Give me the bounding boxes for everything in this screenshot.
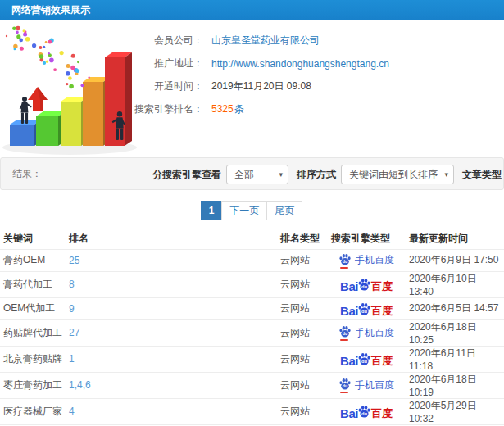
open-time-label: 开通时间：: [131, 79, 203, 93]
svg-text:du: du: [361, 308, 367, 313]
growth-chart-illustration: [0, 25, 152, 156]
table-row: 膏药OEM 25 云网站 du手机百度 2020年6月9日 17:50: [0, 249, 504, 271]
rank-link[interactable]: 8: [66, 271, 277, 297]
rank-type-cell: 云网站: [277, 320, 328, 346]
updated-time-cell: 2020年6月9日 17:50: [406, 249, 504, 271]
engine-filter-label: 分搜索引擎查看: [152, 168, 221, 182]
rank-link[interactable]: 1,4,6: [66, 372, 277, 398]
info-row-open-time: 开通时间： 2019年11月20日 09:08: [131, 75, 389, 97]
result-label: 结果：: [12, 167, 42, 181]
updated-time-cell: 2020年6月11日 11:18: [406, 346, 504, 372]
table-row: OEM代加工 9 云网站 Baidu百度 2020年6月5日 14:57: [0, 297, 504, 320]
rank-count-number: 5325: [211, 103, 234, 115]
mobile-baidu-logo: du手机百度: [338, 378, 394, 392]
header-rank: 排名: [66, 229, 277, 249]
rank-type-cell: 云网站: [277, 398, 328, 424]
rank-link[interactable]: 1: [66, 346, 277, 372]
header-updated: 最新更新时间: [406, 229, 504, 249]
baidu-paw-icon: du: [338, 325, 352, 338]
sort-select[interactable]: 关键词由短到长排序 ▾: [341, 165, 454, 184]
header-engine-type: 搜索引擎类型: [328, 229, 406, 249]
table-body: 膏药OEM 25 云网站 du手机百度 2020年6月9日 17:50 膏药代加…: [0, 249, 504, 426]
info-section: 会员公司： 山东皇圣堂药业有限公司 推广地址： http://www.shand…: [0, 20, 504, 157]
baidu-logo: Baidu百度: [340, 351, 393, 367]
svg-text:du: du: [361, 284, 367, 289]
results-table: 关键词 排名 排名类型 搜索引擎类型 最新更新时间 膏药OEM 25 云网站 d…: [0, 229, 504, 426]
engine-type-cell: Baidu百度: [328, 346, 406, 372]
engine-type-cell: Baidu百度: [328, 398, 406, 424]
table-row: 北京膏药贴牌 1 云网站 Baidu百度 2020年6月11日 11:18: [0, 346, 504, 372]
info-rows: 会员公司： 山东皇圣堂药业有限公司 推广地址： http://www.shand…: [131, 29, 389, 121]
filter-bar: 结果： 分搜索引擎查看 全部 ▾ 排序方式 关键词由短到长排序 ▾ 文章类型 全…: [0, 157, 504, 190]
table-row: 枣庄膏药加工 1,4,6 云网站 du手机百度 2020年6月18日 10:19: [0, 372, 504, 398]
rank-link[interactable]: 4: [66, 398, 277, 424]
pagination-last-button[interactable]: 尾页: [266, 201, 302, 220]
results-table-wrap: 关键词 排名 排名类型 搜索引擎类型 最新更新时间 膏药OEM 25 云网站 d…: [0, 229, 504, 426]
baidu-paw-icon: du: [338, 253, 352, 266]
keyword-cell: 膏药OEM: [0, 249, 66, 271]
baidu-paw-icon: du: [357, 278, 371, 292]
article-type-label: 文章类型: [462, 168, 502, 182]
rank-type-cell: 云网站: [277, 372, 328, 398]
sort-label: 排序方式: [297, 168, 336, 182]
page-title: 网络营销效果展示: [0, 0, 504, 20]
keyword-cell: 医疗器械厂家: [0, 398, 66, 424]
keyword-cell: 枣庄膏药加工: [0, 372, 66, 398]
updated-time-cell: 2020年6月18日 10:25: [406, 320, 504, 346]
engine-type-cell: Baidu百度: [328, 271, 406, 297]
mobile-baidu-logo: du手机百度: [338, 325, 394, 340]
rank-link[interactable]: 27: [66, 320, 277, 346]
rank-type-cell: 云网站: [277, 297, 328, 320]
engine-type-cell: Baidu百度: [328, 297, 406, 320]
keyword-cell: 北京膏药贴牌: [0, 346, 66, 372]
engine-filter-select[interactable]: 全部 ▾: [226, 165, 288, 184]
pagination-current-page[interactable]: 1: [201, 201, 223, 220]
engine-type-cell: du手机百度: [328, 249, 406, 271]
window-titlebar: 网络营销效果展示: [0, 0, 504, 20]
info-row-rank-count: 搜索引擎排名： 5325条: [131, 98, 389, 120]
header-keyword: 关键词: [0, 229, 66, 249]
keyword-cell: OEM代加工: [0, 297, 66, 320]
engine-type-cell: du手机百度: [328, 320, 406, 346]
svg-text:du: du: [343, 259, 348, 264]
engine-filter-value: 全部: [234, 168, 254, 182]
updated-time-cell: 2020年6月5日 14:57: [406, 297, 504, 320]
rank-count-label: 搜索引擎排名：: [131, 102, 203, 116]
sort-value: 关键词由短到长排序: [349, 168, 438, 182]
svg-text:du: du: [343, 383, 348, 388]
header-rank-type: 排名类型: [277, 229, 328, 249]
pagination-next-button[interactable]: 下一页: [221, 201, 267, 220]
table-header-row: 关键词 排名 排名类型 搜索引擎类型 最新更新时间: [0, 229, 504, 249]
company-label: 会员公司：: [131, 34, 203, 48]
chevron-down-icon: ▾: [444, 170, 448, 179]
promo-url-link[interactable]: http://www.shandonghuangshengtang.cn: [211, 58, 389, 70]
updated-time-cell: 2020年6月10日 13:40: [406, 271, 504, 297]
rank-link[interactable]: 25: [66, 249, 277, 271]
promo-url-label: 推广地址：: [131, 57, 203, 70]
svg-text:du: du: [343, 331, 348, 336]
info-row-company: 会员公司： 山东皇圣堂药业有限公司: [131, 29, 389, 52]
mobile-baidu-logo: du手机百度: [338, 253, 394, 268]
table-row: 药贴牌代加工 27 云网站 du手机百度 2020年6月18日 10:25: [0, 320, 504, 346]
baidu-paw-icon: du: [357, 352, 371, 366]
baidu-paw-icon: du: [357, 405, 371, 419]
rank-count-unit: 条: [234, 103, 244, 115]
pagination: 1 下一页 尾页: [0, 201, 504, 220]
rank-type-cell: 云网站: [277, 346, 328, 372]
open-time-value: 2019年11月20日 09:08: [211, 79, 311, 93]
page: 网络营销效果展示 会员公司： 山东皇圣堂药业有限公司 推广地址： http://…: [0, 0, 504, 426]
baidu-paw-icon: du: [357, 302, 371, 316]
svg-text:du: du: [361, 359, 367, 364]
chevron-down-icon: ▾: [279, 170, 283, 179]
filter-controls: 分搜索引擎查看 全部 ▾ 排序方式 关键词由短到长排序 ▾ 文章类型 全部 ▾ …: [152, 158, 504, 191]
rank-link[interactable]: 9: [66, 297, 277, 320]
baidu-logo: Baidu百度: [340, 301, 393, 317]
keyword-cell: 药贴牌代加工: [0, 320, 66, 346]
keyword-cell: 膏药代加工: [0, 271, 66, 297]
rank-type-cell: 云网站: [277, 271, 328, 297]
baidu-logo: Baidu百度: [340, 403, 393, 419]
table-row: 膏药代加工 8 云网站 Baidu百度 2020年6月10日 13:40: [0, 271, 504, 297]
company-link[interactable]: 山东皇圣堂药业有限公司: [211, 34, 320, 48]
engine-type-cell: du手机百度: [328, 372, 406, 398]
baidu-paw-icon: du: [338, 378, 352, 391]
